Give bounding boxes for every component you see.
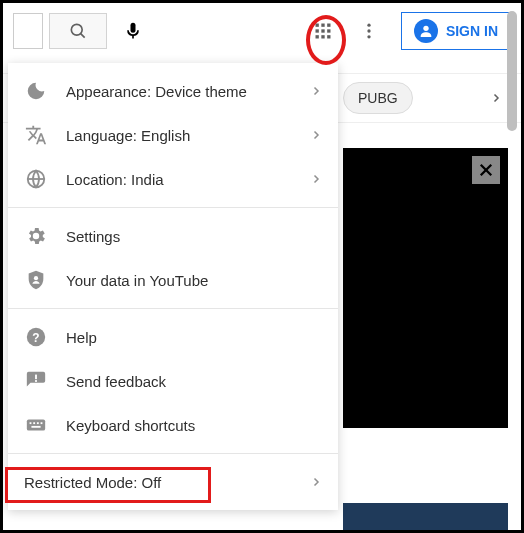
svg-point-14 [423,26,428,31]
sign-in-label: SIGN IN [446,23,498,39]
settings-menu: Appearance: Device theme Language: Engli… [8,63,338,510]
menu-label: Language: English [66,127,310,144]
chevron-right-icon [310,129,322,141]
chevron-right-icon [310,173,322,185]
menu-label: Restricted Mode: Off [24,474,310,491]
menu-item-shortcuts[interactable]: Keyboard shortcuts [8,403,338,447]
search-button[interactable] [49,13,107,49]
svg-rect-5 [315,29,318,32]
menu-label: Keyboard shortcuts [66,417,322,434]
apps-grid-icon [313,21,333,41]
shield-user-icon [24,268,48,292]
svg-rect-9 [321,35,324,38]
svg-rect-23 [35,380,37,382]
translate-icon [24,123,48,147]
video-thumbnail[interactable] [343,148,508,428]
moon-icon [24,79,48,103]
menu-item-settings[interactable]: Settings [8,214,338,258]
gear-icon [24,224,48,248]
menu-label: Your data in YouTube [66,272,322,289]
svg-rect-8 [315,35,318,38]
video-thumbnail-2[interactable] [343,503,508,533]
chip-label: PUBG [358,90,398,106]
svg-rect-3 [321,24,324,27]
sign-in-button[interactable]: SIGN IN [401,12,511,50]
svg-rect-4 [327,24,330,27]
menu-item-help[interactable]: ? Help [8,315,338,359]
svg-point-13 [367,35,370,38]
menu-label: Send feedback [66,373,322,390]
menu-item-your-data[interactable]: Your data in YouTube [8,258,338,302]
menu-divider [8,308,338,309]
menu-label: Help [66,329,322,346]
menu-label: Appearance: Device theme [66,83,310,100]
svg-rect-22 [35,375,37,380]
svg-rect-28 [41,422,43,424]
svg-line-1 [81,34,85,38]
globe-icon [24,167,48,191]
menu-divider [8,207,338,208]
chip-pubg[interactable]: PUBG [343,82,413,114]
svg-text:?: ? [32,331,39,345]
chevron-right-icon [490,92,502,104]
avatar-icon [414,19,438,43]
voice-search-button[interactable] [113,11,153,51]
keyboard-icon [24,413,48,437]
menu-label: Location: India [66,171,310,188]
svg-rect-7 [327,29,330,32]
kebab-icon [359,21,379,41]
svg-rect-27 [37,422,39,424]
microphone-icon [123,21,143,41]
chevron-right-icon [310,476,322,488]
menu-item-appearance[interactable]: Appearance: Device theme [8,69,338,113]
chevron-right-icon [310,85,322,97]
svg-point-0 [71,24,82,35]
svg-rect-25 [30,422,32,424]
menu-item-language[interactable]: Language: English [8,113,338,157]
svg-rect-6 [321,29,324,32]
svg-point-19 [34,276,38,280]
menu-label: Settings [66,228,322,245]
help-icon: ? [24,325,48,349]
menu-item-restricted-mode[interactable]: Restricted Mode: Off [8,460,338,504]
scrollbar[interactable] [507,11,517,131]
close-icon [477,161,495,179]
svg-rect-10 [327,35,330,38]
settings-menu-button[interactable] [349,11,389,51]
search-input[interactable] [13,13,43,49]
svg-rect-29 [31,426,40,428]
svg-point-11 [367,24,370,27]
close-ad-button[interactable] [472,156,500,184]
svg-rect-2 [315,24,318,27]
top-bar: SIGN IN [3,3,521,59]
menu-item-location[interactable]: Location: India [8,157,338,201]
svg-rect-26 [33,422,35,424]
menu-divider [8,453,338,454]
feedback-icon [24,369,48,393]
svg-rect-24 [27,420,45,431]
menu-item-feedback[interactable]: Send feedback [8,359,338,403]
search-icon [66,19,90,43]
apps-button[interactable] [303,11,343,51]
svg-point-12 [367,29,370,32]
